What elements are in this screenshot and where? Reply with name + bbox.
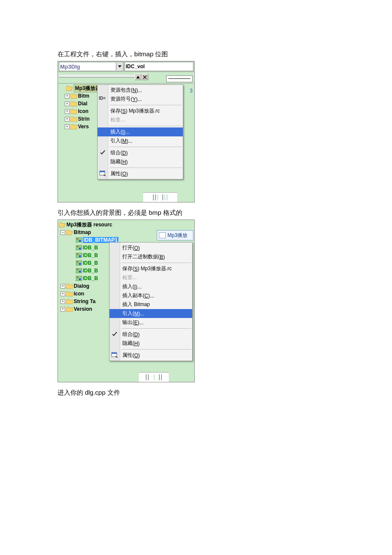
svg-rect-21 xyxy=(112,353,117,354)
folder-open-icon xyxy=(66,86,73,91)
tree-expander[interactable]: + xyxy=(61,299,65,304)
menu-separator xyxy=(121,328,191,329)
svg-rect-18 xyxy=(77,277,78,278)
bitmap-icon xyxy=(76,268,82,273)
svg-rect-9 xyxy=(77,254,78,255)
editor-tab[interactable]: Mp3播放 xyxy=(157,230,193,240)
bitmap-icon xyxy=(76,260,82,266)
menu-save[interactable]: 保存(S) Mp3播放器.rc xyxy=(110,264,192,273)
tree-expander[interactable]: + xyxy=(65,124,69,129)
tree-item-string[interactable]: String Ta xyxy=(74,298,95,304)
panel-gripper[interactable] xyxy=(59,75,147,78)
svg-rect-1 xyxy=(100,171,105,172)
tree-item-dialog[interactable]: Dial xyxy=(78,101,87,107)
tree-item-version[interactable]: Vers xyxy=(78,124,89,130)
tree-expander[interactable]: + xyxy=(65,94,69,98)
bitmap-icon xyxy=(76,237,82,243)
menu-separator xyxy=(110,105,182,105)
check-icon xyxy=(112,332,117,337)
folder-icon xyxy=(66,306,73,312)
menu-insert[interactable]: 插入(I)... xyxy=(98,127,183,136)
svg-rect-6 xyxy=(77,246,78,247)
bitmap-tab-icon xyxy=(159,232,166,238)
tree-item-icon[interactable]: Icon xyxy=(78,108,89,114)
tree-item-idb[interactable]: IDB_B xyxy=(83,260,98,266)
folder-icon xyxy=(70,109,77,114)
context-menu-1[interactable]: 资源包含(N)... ID= 资源符号(Y)... 保存(S) Mp3播放器.r… xyxy=(97,84,183,179)
folder-icon xyxy=(70,124,77,130)
chevron-down-icon[interactable] xyxy=(116,63,123,70)
screenshot-1: Mp3Dlg IDC_vol xyxy=(58,61,195,202)
tree-item-idb[interactable]: IDB_B xyxy=(83,245,98,251)
menu-check: 检查... xyxy=(98,116,183,124)
properties-icon xyxy=(99,171,106,176)
id-combo[interactable]: IDC_vol xyxy=(124,62,193,71)
menu-properties[interactable]: 属性(O) xyxy=(98,169,183,178)
tree-expander[interactable]: − xyxy=(61,230,65,235)
tree-item-idb[interactable]: IDB_B xyxy=(83,268,98,274)
menu-export[interactable]: 输出(E)... xyxy=(110,318,192,327)
class-combo[interactable]: Mp3Dlg xyxy=(59,62,124,71)
menu-save[interactable]: 保存(S) Mp3播放器.rc xyxy=(98,107,183,116)
right-number: 3 xyxy=(190,88,193,94)
tree-item-dialog[interactable]: Dialog xyxy=(74,283,89,289)
tree-expander[interactable]: + xyxy=(61,284,65,289)
menu-import[interactable]: 引入(M)... xyxy=(98,136,183,145)
tree-item-idb[interactable]: IDB_B xyxy=(83,275,98,281)
close-icon[interactable] xyxy=(141,74,148,80)
folder-icon xyxy=(70,101,77,107)
tree-expander[interactable]: + xyxy=(61,307,65,312)
tree-item-bitmap[interactable]: Bitmap xyxy=(74,229,91,235)
menu-hide[interactable]: 隐藏(H) xyxy=(110,339,192,348)
tree-item-bitmap[interactable]: Bitm xyxy=(78,93,89,99)
screenshot-2: Mp3播放器 resourc − Bitmap IDB_BITMAP1 IDB_… xyxy=(58,220,195,382)
menu-separator xyxy=(121,263,191,263)
menu-group[interactable]: 组合(D) xyxy=(110,330,192,339)
svg-rect-13 xyxy=(79,263,81,265)
menu-open[interactable]: 打开(O) xyxy=(110,243,192,252)
bitmap-icon xyxy=(76,276,82,281)
menu-insert-bitmap[interactable]: 插入 Bitmap xyxy=(110,300,192,309)
svg-rect-12 xyxy=(77,261,78,263)
tree-root-label[interactable]: Mp3播放器 resourc xyxy=(66,221,112,228)
tree-expander[interactable]: + xyxy=(65,101,69,106)
menu-insert[interactable]: 插入(I)... xyxy=(110,282,192,291)
folder-icon xyxy=(66,299,73,304)
paragraph-2: 引入你想插入的背景图，必须是 bmp 格式的 xyxy=(58,209,392,217)
menu-properties[interactable]: 属性(O) xyxy=(110,351,192,360)
menu-insert-copy[interactable]: 插入副本(C)... xyxy=(110,291,192,300)
tree-expander[interactable]: + xyxy=(61,292,65,296)
ruler-icon xyxy=(166,75,193,82)
menu-separator xyxy=(110,147,182,147)
tree-item-version[interactable]: Version xyxy=(74,306,92,312)
menu-separator xyxy=(121,349,191,350)
menu-import[interactable]: 引入(M)... xyxy=(110,309,192,318)
folder-open-icon xyxy=(66,230,73,235)
toolbar: Mp3Dlg IDC_vol xyxy=(58,61,194,72)
restore-icon[interactable] xyxy=(135,74,141,80)
tree-item-icon[interactable]: Icon xyxy=(74,291,84,297)
id-combo-text: IDC_vol xyxy=(126,64,145,69)
bitmap-icon xyxy=(76,245,82,250)
bitmap-icon xyxy=(76,253,82,258)
menu-hide[interactable]: 隐藏(H) xyxy=(98,157,183,166)
editor-tab-label: Mp3播放 xyxy=(167,232,187,239)
tree-expander[interactable]: + xyxy=(65,109,69,114)
menu-group[interactable]: 组合(D) xyxy=(98,148,183,157)
menu-separator xyxy=(110,126,182,126)
tree-item-string[interactable]: Strin xyxy=(78,116,89,122)
menu-check: 检查... xyxy=(110,273,192,282)
svg-rect-3 xyxy=(77,238,78,240)
properties-icon xyxy=(111,352,118,358)
tree-expander[interactable]: + xyxy=(65,117,69,121)
menu-open-binary[interactable]: 打开二进制数据(B) xyxy=(110,252,192,261)
check-icon xyxy=(100,150,105,155)
id-equals-icon: ID= xyxy=(99,96,106,101)
paragraph-3: 进入你的 dlg.cpp 文件 xyxy=(58,389,392,397)
folder-open-icon xyxy=(59,222,66,228)
menu-resource-include[interactable]: 资源包含(N)... xyxy=(98,86,183,95)
folder-icon xyxy=(70,93,77,99)
menu-resource-symbol[interactable]: ID= 资源符号(Y)... xyxy=(98,95,183,104)
context-menu-2[interactable]: 打开(O) 打开二进制数据(B) 保存(S) Mp3播放器.rc 检查... 插… xyxy=(109,242,193,361)
tree-item-idb[interactable]: IDB_B xyxy=(83,252,98,258)
